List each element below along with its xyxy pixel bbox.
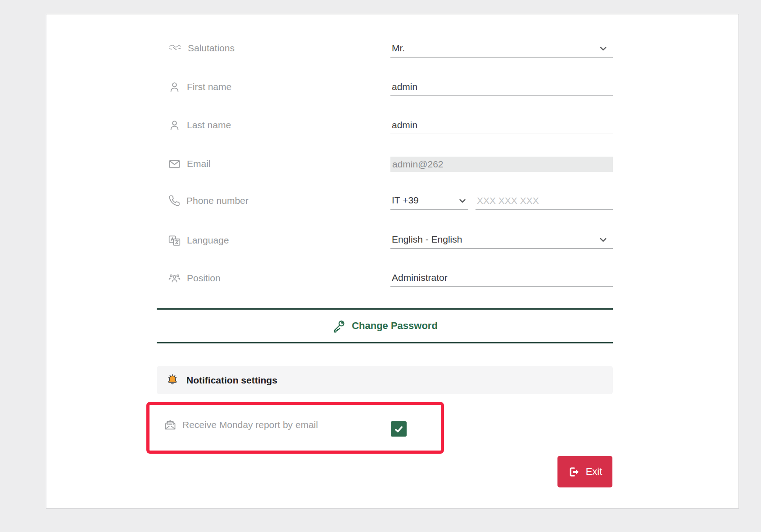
profile-card: Salutations First name Last name Email P… bbox=[46, 14, 739, 509]
page-background: { "colors": { "page_background": "#edede… bbox=[0, 0, 761, 532]
monday-report-label: Receive Monday report by email bbox=[182, 419, 318, 430]
phone-label: Phone number bbox=[168, 193, 249, 208]
position-input[interactable]: Administrator bbox=[390, 269, 613, 287]
first-name-label-text: First name bbox=[187, 81, 231, 92]
phone-country-value: IT +39 bbox=[392, 195, 419, 206]
chevron-down-icon bbox=[598, 43, 608, 54]
person-icon bbox=[168, 81, 181, 93]
salutations-label-text: Salutations bbox=[188, 43, 235, 54]
monday-report-row: Receive Monday report by email bbox=[164, 415, 318, 435]
phone-country-select[interactable]: IT +39 bbox=[390, 192, 468, 210]
last-name-value: admin bbox=[392, 120, 417, 131]
person-icon bbox=[168, 119, 181, 131]
bell-icon bbox=[166, 374, 179, 387]
last-name-input[interactable]: admin bbox=[390, 116, 613, 134]
chevron-down-icon bbox=[598, 234, 608, 245]
translate-icon bbox=[168, 234, 181, 247]
language-select[interactable]: English - English bbox=[390, 231, 613, 249]
phone-number-input[interactable]: XXX XXX XXX bbox=[476, 192, 613, 210]
check-icon bbox=[393, 424, 404, 435]
language-value: English - English bbox=[392, 234, 462, 245]
first-name-input[interactable]: admin bbox=[390, 78, 613, 96]
position-label: Position bbox=[168, 271, 221, 286]
monday-report-checkbox[interactable] bbox=[391, 421, 407, 437]
first-name-label: First name bbox=[168, 79, 231, 95]
last-name-label: Last name bbox=[168, 117, 231, 133]
separator-line bbox=[157, 342, 613, 343]
logout-icon bbox=[568, 466, 580, 478]
key-icon bbox=[332, 319, 346, 333]
mail-open-icon bbox=[164, 419, 177, 431]
first-name-value: admin bbox=[392, 81, 417, 92]
language-label: Language bbox=[168, 233, 229, 248]
email-label-text: Email bbox=[187, 158, 211, 169]
salutations-value: Mr. bbox=[392, 43, 405, 54]
phone-number-placeholder: XXX XXX XXX bbox=[477, 195, 539, 206]
salutations-label: Salutations bbox=[168, 41, 235, 56]
phone-icon bbox=[168, 195, 180, 207]
change-password-link[interactable]: Change Password bbox=[157, 315, 613, 337]
notification-settings-title: Notification settings bbox=[186, 375, 277, 386]
email-field: admin@262 bbox=[390, 157, 613, 172]
envelope-icon bbox=[168, 158, 181, 170]
email-value: admin@262 bbox=[392, 159, 444, 170]
exit-button-label: Exit bbox=[586, 466, 602, 478]
last-name-label-text: Last name bbox=[187, 120, 231, 131]
language-label-text: Language bbox=[187, 235, 229, 246]
separator-line bbox=[157, 308, 613, 310]
salutations-select[interactable]: Mr. bbox=[390, 40, 613, 58]
chevron-down-icon bbox=[458, 196, 467, 206]
handshake-icon bbox=[168, 43, 181, 53]
position-value: Administrator bbox=[392, 272, 448, 283]
team-icon bbox=[168, 272, 181, 284]
email-label: Email bbox=[168, 156, 211, 171]
change-password-label: Change Password bbox=[352, 320, 438, 332]
notification-settings-header: Notification settings bbox=[157, 366, 613, 394]
phone-label-text: Phone number bbox=[186, 195, 249, 206]
position-label-text: Position bbox=[187, 273, 221, 284]
exit-button[interactable]: Exit bbox=[557, 456, 612, 487]
